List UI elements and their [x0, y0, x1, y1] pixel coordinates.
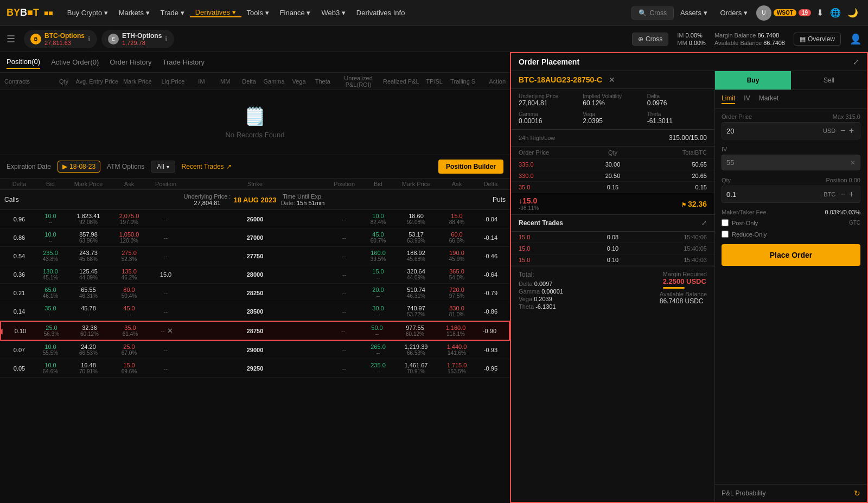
- bid-left[interactable]: 235.043.8%: [34, 250, 67, 262]
- recent-trades-link[interactable]: Recent Trades ↗: [182, 163, 232, 170]
- nav-trade[interactable]: Trade ▾: [155, 9, 190, 17]
- tab-trade-history[interactable]: Trade History: [163, 58, 205, 66]
- user-icon[interactable]: 👤: [850, 33, 861, 45]
- nav-orders[interactable]: Orders ▾: [714, 9, 754, 17]
- info-icon[interactable]: ℹ: [88, 35, 91, 43]
- nav-derivatives[interactable]: Derivatives ▾: [190, 8, 241, 17]
- atm-select[interactable]: All ▾: [151, 161, 175, 173]
- ask-left[interactable]: 1,050.0120.0%: [110, 231, 148, 244]
- ask-left[interactable]: 25.067.0%: [110, 343, 148, 356]
- avatar[interactable]: U: [756, 5, 771, 21]
- order-price-input[interactable]: [726, 127, 820, 135]
- close-iv-icon[interactable]: ✕: [850, 159, 856, 167]
- reduce-only-checkbox[interactable]: [722, 231, 729, 238]
- download-icon[interactable]: ⬇: [816, 8, 824, 18]
- strike-cell[interactable]: 29250: [183, 365, 327, 372]
- strike-cell[interactable]: 29000: [183, 347, 327, 353]
- bid-right[interactable]: 20.0--: [362, 286, 394, 299]
- order-book-row[interactable]: 35.0 0.15 0.15: [511, 182, 714, 193]
- nav-derivatives-info[interactable]: Derivatives Info: [351, 9, 411, 17]
- nav-markets[interactable]: Markets ▾: [113, 9, 155, 17]
- increment-qty-icon[interactable]: +: [847, 189, 856, 199]
- sell-tab[interactable]: Sell: [791, 71, 867, 90]
- order-type-limit[interactable]: Limit: [722, 94, 735, 104]
- nav-buy-crypto[interactable]: Buy Crypto ▾: [62, 9, 113, 17]
- expand-icon[interactable]: ⤢: [853, 58, 859, 66]
- increment-price-icon[interactable]: +: [847, 126, 856, 136]
- nav-tools[interactable]: Tools ▾: [241, 9, 275, 17]
- bid-right[interactable]: 45.060.7%: [362, 231, 394, 244]
- option-row-highlighted[interactable]: ◀ 0.10 25.056.3% 32.3660.12% 35.061.4% -…: [0, 321, 510, 341]
- recent-trades-expand-icon[interactable]: ⤢: [701, 219, 707, 227]
- bid-left[interactable]: 65.046.1%: [34, 286, 67, 299]
- bid-left[interactable]: 10.0--: [34, 231, 67, 244]
- btc-options-tab[interactable]: B BTC-Options 27,811.63 ℹ: [24, 30, 97, 48]
- theme-toggle[interactable]: 🌙: [847, 8, 858, 18]
- strike-cell[interactable]: 27750: [183, 253, 327, 259]
- eth-info-icon[interactable]: ℹ: [165, 35, 168, 43]
- bid-right[interactable]: 15.0--: [362, 268, 394, 281]
- bid-left[interactable]: 35.0--: [34, 305, 67, 317]
- tab-position[interactable]: Position(0): [7, 55, 40, 69]
- globe-icon[interactable]: 🌐: [830, 8, 841, 18]
- bid-right[interactable]: 50.0--: [361, 324, 393, 337]
- strike-cell[interactable]: 28750: [184, 328, 326, 334]
- strike-cell[interactable]: 28250: [183, 290, 327, 296]
- bid-left[interactable]: 10.055.5%: [34, 343, 67, 356]
- overview-button[interactable]: ▦ Overview: [794, 33, 841, 46]
- position-builder-button[interactable]: Position Builder: [438, 160, 503, 174]
- strike-cell[interactable]: 28000: [183, 271, 327, 278]
- bid-right[interactable]: 235.0--: [362, 362, 394, 374]
- ask-left[interactable]: 80.050.4%: [110, 286, 148, 299]
- ask-right[interactable]: 190.045.9%: [438, 250, 476, 262]
- bid-left[interactable]: 25.056.3%: [35, 324, 68, 337]
- ask-left[interactable]: 15.069.6%: [110, 362, 148, 374]
- bid-right[interactable]: 10.082.4%: [362, 213, 394, 225]
- cross-button[interactable]: ⊕ Cross: [632, 33, 668, 46]
- order-type-market[interactable]: Market: [759, 94, 779, 104]
- bid-right[interactable]: 265.0--: [362, 343, 394, 356]
- nav-web3[interactable]: Web3 ▾: [316, 9, 350, 17]
- expiration-date[interactable]: ▶ 18-08-23: [58, 161, 100, 173]
- nav-assets[interactable]: Assets ▾: [674, 9, 714, 17]
- ask-left[interactable]: 45.0--: [110, 305, 148, 317]
- ask-right[interactable]: 1,715.0163.5%: [438, 362, 476, 374]
- ask-left[interactable]: 135.046.2%: [110, 268, 148, 281]
- ask-left[interactable]: 2,075.0197.0%: [110, 213, 148, 225]
- ask-left[interactable]: 35.061.4%: [111, 324, 149, 337]
- close-contract-icon[interactable]: ✕: [609, 75, 615, 84]
- strike-cell[interactable]: 27000: [183, 234, 327, 241]
- tab-order-history[interactable]: Order History: [110, 58, 151, 66]
- search-box[interactable]: 🔍 Cross: [631, 7, 674, 20]
- decrement-qty-icon[interactable]: −: [839, 189, 847, 199]
- order-book-row[interactable]: 335.0 30.00 50.65: [511, 159, 714, 170]
- refresh-icon[interactable]: ↻: [854, 489, 860, 498]
- ask-right[interactable]: 720.097.5%: [438, 286, 476, 299]
- decrement-price-icon[interactable]: −: [839, 126, 847, 136]
- strike-cell[interactable]: 26000: [183, 216, 327, 222]
- menu-icon[interactable]: ☰: [7, 33, 15, 45]
- order-type-iv[interactable]: IV: [744, 94, 750, 104]
- buy-tab[interactable]: Buy: [715, 71, 791, 90]
- ask-right[interactable]: 1,440.0141.6%: [438, 343, 476, 356]
- tab-active-order[interactable]: Active Order(0): [51, 58, 99, 66]
- qty-input[interactable]: [726, 190, 820, 199]
- ask-right[interactable]: 15.088.4%: [438, 213, 476, 225]
- bid-left[interactable]: 130.045.1%: [34, 268, 67, 281]
- ask-right[interactable]: 365.054.0%: [438, 268, 476, 281]
- ask-right[interactable]: 60.066.5%: [438, 231, 476, 244]
- bid-left[interactable]: 10.064.6%: [34, 362, 67, 374]
- strike-cell[interactable]: 28500: [183, 308, 327, 315]
- bid-left[interactable]: 10.0--: [34, 213, 67, 225]
- ask-left[interactable]: 275.052.3%: [110, 250, 148, 262]
- ask-right[interactable]: 1,160.0118.1%: [437, 324, 475, 337]
- logo[interactable]: BYB■T ■■: [7, 7, 53, 18]
- order-book-row[interactable]: 330.0 20.50 20.65: [511, 170, 714, 182]
- eth-options-tab[interactable]: E ETH-Options 1,729.78 ℹ: [101, 30, 174, 48]
- ask-right[interactable]: 830.081.0%: [438, 305, 476, 317]
- notification-badge[interactable]: 19: [799, 9, 811, 16]
- bid-right[interactable]: 30.0--: [362, 305, 394, 317]
- post-only-checkbox[interactable]: [722, 219, 729, 226]
- place-order-button[interactable]: Place Order: [722, 244, 860, 266]
- position-left[interactable]: 15.0: [148, 271, 183, 278]
